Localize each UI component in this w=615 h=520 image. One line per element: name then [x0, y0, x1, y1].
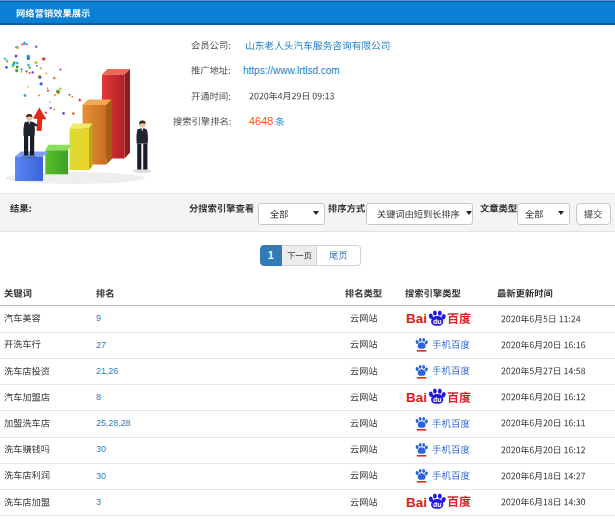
- svg-text:du: du: [433, 396, 442, 403]
- svg-text:du: du: [433, 501, 442, 508]
- svg-text:du: du: [433, 318, 442, 325]
